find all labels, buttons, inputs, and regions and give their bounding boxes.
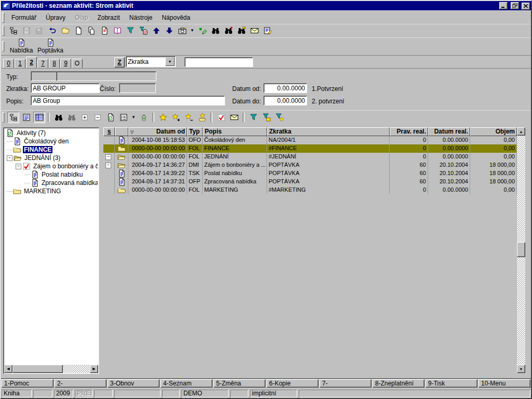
close-button[interactable] [522, 3, 530, 10]
tree-collapse-icon[interactable]: − [16, 164, 21, 169]
dropdown-arrow-button[interactable]: ▼ [130, 112, 137, 123]
toolbar-grip[interactable] [2, 112, 5, 123]
fkey-1-pomoc[interactable]: 1-Pomoc [2, 379, 54, 388]
tree-item-aktivity-(7)[interactable]: Aktivity (7) [5, 129, 98, 137]
z-button[interactable]: Z [114, 57, 125, 68]
find-button[interactable] [52, 112, 64, 123]
copy-button[interactable] [85, 25, 97, 36]
move-up-button[interactable] [150, 25, 162, 36]
detail-list-button[interactable] [117, 112, 129, 123]
save-button[interactable] [20, 25, 32, 36]
column-header-objem[interactable]: Objem [470, 127, 517, 136]
column-header-s[interactable]: s [103, 127, 115, 136]
mail-send-button[interactable] [228, 112, 240, 123]
tab-7[interactable]: 7 [37, 59, 48, 68]
fkey-6-kopie[interactable]: 6-Kopie [267, 379, 318, 388]
form-edit-button[interactable] [261, 25, 273, 36]
tree-item-jednání-(3)[interactable]: −JEDNÁNÍ (3) [5, 154, 98, 162]
poptávka-button[interactable]: Poptávka [36, 38, 65, 54]
filter-button[interactable] [124, 25, 136, 36]
scroll-left-button[interactable]: ◀ [4, 365, 12, 373]
fkey-4-seznam[interactable]: 4-Seznam [161, 379, 212, 388]
tree-view-button[interactable] [7, 112, 19, 123]
tab-8[interactable]: 8 [49, 59, 60, 68]
typ-code-field[interactable] [31, 71, 58, 81]
menu-nástroje[interactable]: Nástroje [125, 13, 157, 22]
dropdown-arrow-button[interactable]: ▼ [189, 25, 195, 36]
recycle-button[interactable] [138, 112, 150, 123]
star-basket-button[interactable] [196, 112, 208, 123]
scroll-thumb[interactable] [12, 365, 63, 373]
scroll-down-button[interactable]: ▼ [517, 365, 525, 373]
popis-field[interactable] [31, 96, 225, 105]
find-next-button[interactable] [222, 25, 234, 36]
scroll-up-button[interactable]: ▲ [517, 127, 525, 136]
mail-button[interactable] [248, 25, 260, 36]
menu-úpravy[interactable]: Úpravy [41, 13, 70, 22]
filter-star-button[interactable] [273, 112, 285, 123]
menu-nápověda[interactable]: Nápověda [157, 13, 195, 22]
export-edit-button[interactable] [196, 25, 208, 36]
column-header-datum-real[interactable]: Datum real. [428, 127, 470, 136]
tree-item-poslat-nabídku[interactable]: Poslat nabídku [5, 170, 98, 179]
tree-horizontal-scrollbar[interactable]: ◀ ▶ [4, 365, 98, 373]
table-view-button[interactable] [33, 112, 45, 123]
fkey-5-změna[interactable]: 5-Změna [214, 379, 265, 388]
save-as-button[interactable] [33, 25, 45, 36]
tab-0[interactable]: 0 [3, 59, 14, 68]
typ-name-field[interactable] [56, 71, 156, 81]
minimize-button[interactable] [499, 2, 508, 9]
tree-collapse-icon[interactable]: − [7, 155, 12, 161]
tree-item-finance[interactable]: FINANCE [5, 145, 98, 154]
refresh-item-button[interactable] [104, 112, 116, 123]
new-document-button[interactable] [72, 25, 84, 36]
undo-button[interactable] [46, 25, 58, 36]
menu-formulář[interactable]: Formulář [7, 13, 41, 22]
tree-item-čokoládový-den[interactable]: Čokoládový den [5, 137, 98, 145]
filter-box-button[interactable] [260, 112, 272, 123]
menu-zobrazit[interactable]: Zobrazit [92, 13, 124, 22]
tree-view-button[interactable] [7, 25, 19, 36]
tab-o[interactable]: O [72, 59, 83, 68]
table-row[interactable]: −0000-00-00 00:00:00FOLJEDNÁNÍ#JEDNÁNÍ00… [103, 153, 517, 161]
row-expander-cell[interactable]: − [103, 161, 115, 169]
column-header-typ[interactable]: Typ [187, 127, 203, 136]
tree-item-marketing[interactable]: MARKETING [5, 187, 98, 195]
find-button[interactable] [209, 25, 221, 36]
search-field-combo[interactable]: Zkratka ▼ [126, 56, 176, 67]
find-whole-word-button[interactable] [235, 25, 247, 36]
datum-do-field[interactable] [263, 96, 307, 105]
star-button[interactable] [157, 112, 169, 123]
search-input[interactable] [184, 57, 253, 67]
table-row[interactable]: 2004-10-08 15:18:53OFOČokoládový denNA/2… [103, 136, 517, 144]
fkey-7[interactable]: 7- [320, 379, 371, 388]
column-header-zkratka[interactable]: Zkratka [267, 127, 390, 136]
column-header-icon[interactable] [115, 127, 128, 136]
collapse-minus-button[interactable] [91, 112, 103, 123]
fkey-8-zneplatnění[interactable]: 8-Zneplatnění [373, 379, 424, 388]
row-collapse-icon[interactable]: − [105, 154, 111, 160]
scroll-thumb[interactable] [517, 242, 525, 257]
fkey-9-tisk[interactable]: 9-Tisk [425, 379, 477, 388]
nabídka-button[interactable]: Nabídka [7, 38, 36, 54]
book-button[interactable] [111, 25, 123, 36]
column-header-popis[interactable]: Popis [203, 127, 267, 136]
datum-od-field[interactable] [263, 83, 307, 93]
scroll-right-button[interactable]: ▶ [90, 365, 98, 373]
zkratka-field[interactable] [31, 83, 100, 93]
table-row[interactable]: 0000-00-00 00:00:00FOLMARKETING#MARKETIN… [103, 186, 517, 194]
table-row[interactable]: 2004-09-17 14:37:31OFPZpracovaná nabídka… [103, 178, 517, 186]
snapshot-button[interactable] [176, 25, 188, 36]
expand-plus-button[interactable] [78, 112, 90, 123]
grid-vertical-scrollbar[interactable]: ▲ ▼ [517, 127, 525, 373]
toolbar-grip[interactable] [2, 41, 5, 51]
fkey-10-menu[interactable]: 10-Menu [478, 379, 530, 388]
open-folder-button[interactable] [59, 25, 71, 36]
filter-button[interactable] [247, 112, 259, 123]
table-row[interactable]: 0000-00-00 00:00:00FOLFINANCE#FINANCE00.… [103, 144, 517, 153]
tab-1[interactable]: 1 [15, 59, 25, 68]
tab-2[interactable]: 2 [26, 57, 37, 68]
toolbar-grip[interactable] [2, 12, 5, 23]
table-row[interactable]: 2004-09-17 14:39:22TSKPoslat nabídkuPOPT… [103, 169, 517, 178]
find-button[interactable] [65, 112, 77, 123]
